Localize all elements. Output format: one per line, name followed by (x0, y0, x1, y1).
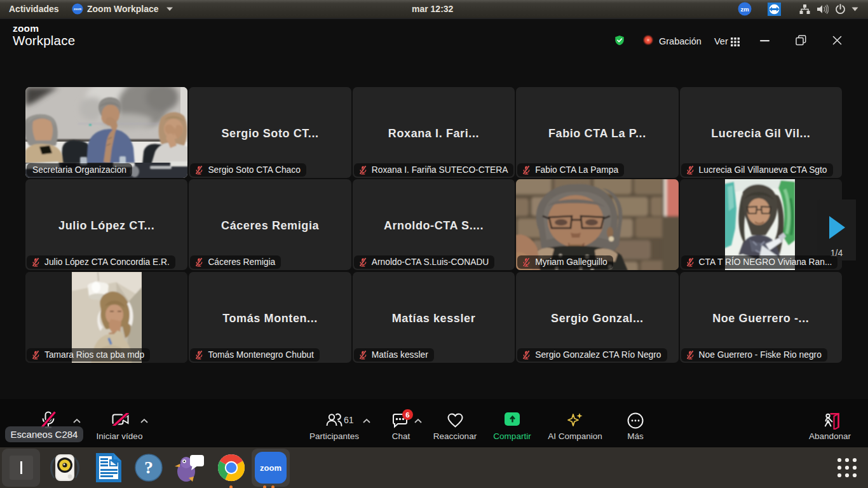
svg-text:?: ? (144, 458, 153, 477)
svg-text:zm: zm (740, 6, 749, 13)
svg-text:zoom: zoom (260, 463, 281, 473)
svg-text:zoom: zoom (74, 8, 81, 11)
